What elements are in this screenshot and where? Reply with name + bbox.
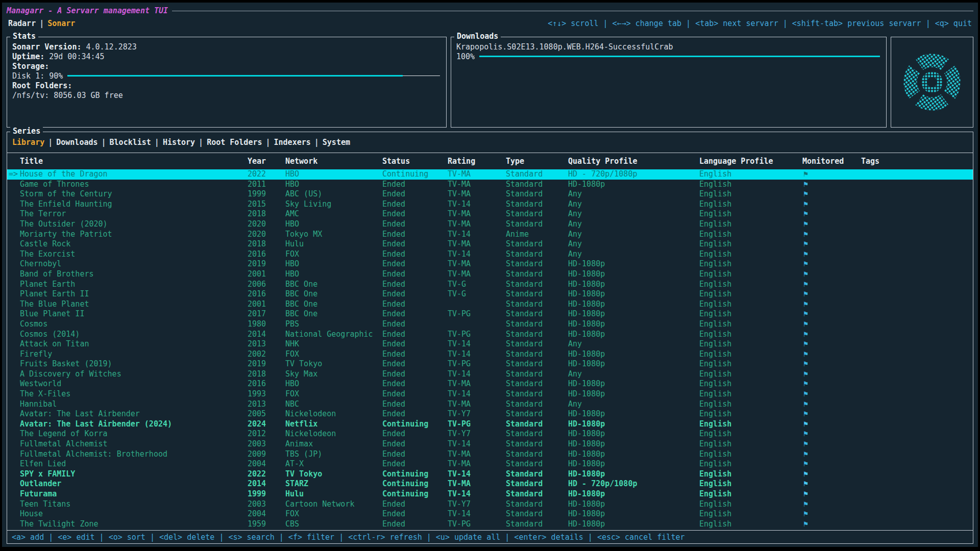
cell-language-profile: English: [699, 299, 802, 310]
cell-quality-profile: Any: [568, 239, 699, 249]
table-row[interactable]: The Legend of Korra2012NickelodeonEndedT…: [7, 429, 973, 439]
table-row[interactable]: Cosmos1980PBSEndedStandardHD-1080pEnglis…: [7, 319, 973, 330]
table-row[interactable]: Chernobyl2019HBOEndedTV-MAStandardHD-108…: [7, 259, 973, 269]
monitored-icon: ⚑: [802, 409, 861, 419]
table-row[interactable]: House2004FOXEndedTV-14StandardHD-1080pEn…: [7, 509, 973, 519]
table-row[interactable]: Firefly2002FOXEndedTV-14StandardHD-1080p…: [7, 349, 973, 360]
table-row[interactable]: Fullmetal Alchemist: Brotherhood2009TBS …: [7, 449, 973, 460]
cell-rating: TV-MA: [448, 449, 506, 460]
series-tab-history[interactable]: History: [163, 138, 195, 147]
table-row[interactable]: Cosmos (2014)2014National GeographicEnde…: [7, 330, 973, 340]
series-panel: Series Library|Downloads|Blocklist|Histo…: [7, 132, 973, 531]
servarr-tab-radarr[interactable]: Radarr: [8, 19, 36, 28]
cell-title: Band of Brothers: [20, 269, 248, 280]
table-row[interactable]: Hannibal2013NBCEndedTV-MAStandardAnyEngl…: [7, 399, 973, 410]
cell-network: TV Tokyo: [285, 359, 382, 369]
cell-year: 2016: [248, 379, 285, 389]
series-tab-root-folders[interactable]: Root Folders: [207, 138, 262, 147]
table-row[interactable]: The Exorcist2016FOXEndedTV-14StandardAny…: [7, 249, 973, 260]
table-row[interactable]: Castle Rock2018HuluEndedTV-MAStandardAny…: [7, 239, 973, 249]
cell-quality-profile: HD-1080p: [568, 519, 699, 530]
cell-type: Standard: [506, 399, 568, 410]
monitored-icon: ⚑: [802, 269, 861, 280]
cell-rating: TV-MA: [448, 259, 506, 269]
series-tab-blocklist[interactable]: Blocklist: [110, 138, 151, 147]
cell-network: BBC One: [285, 289, 382, 299]
table-row[interactable]: =>House of the Dragon2022HBOContinuingTV…: [7, 169, 973, 180]
cell-title: Fruits Basket (2019): [20, 359, 248, 369]
cell-rating: TV-PG: [448, 419, 506, 430]
table-row[interactable]: Avatar: The Last Airbender2005Nickelodeo…: [7, 409, 973, 419]
cell-title: Elfen Lied: [20, 459, 248, 469]
table-row[interactable]: Teen Titans2003Cartoon NetworkEndedTV-Y7…: [7, 499, 973, 510]
cell-year: 2013: [248, 339, 285, 349]
cell-type: Standard: [506, 199, 568, 210]
cell-status: Ended: [382, 499, 448, 510]
tab-separator: |: [98, 138, 110, 147]
series-tab-indexers[interactable]: Indexers: [274, 138, 311, 147]
cell-year: 2022: [248, 469, 285, 480]
cell-status: Ended: [382, 439, 448, 449]
cell-rating: TV-14: [448, 439, 506, 449]
cell-title: Attack on Titan: [20, 339, 248, 349]
cell-title: Cosmos: [20, 319, 248, 330]
cell-year: 2003: [248, 499, 285, 510]
servarr-tab-sonarr[interactable]: Sonarr: [47, 19, 75, 28]
cell-network: HBO: [285, 169, 382, 180]
table-row[interactable]: Futurama1999HuluContinuingTV-14StandardH…: [7, 489, 973, 499]
table-row[interactable]: Attack on Titan2013NHKEndedTV-14Standard…: [7, 339, 973, 349]
cell-rating: TV-14: [448, 509, 506, 519]
cell-status: Ended: [382, 319, 448, 330]
series-tab-system[interactable]: System: [323, 138, 350, 147]
cell-network: HBO: [285, 379, 382, 389]
table-row[interactable]: Elfen Lied2004AT-XEndedTV-MAStandardHD-1…: [7, 459, 973, 469]
monitored-icon: ⚑: [802, 499, 861, 510]
monitored-icon: ⚑: [802, 209, 861, 219]
cell-year: 2020: [248, 230, 285, 240]
table-row[interactable]: Planet Earth II2016BBC OneEndedTV-GStand…: [7, 289, 973, 299]
table-row[interactable]: The X-Files1993FOXEndedTV-14StandardHD-1…: [7, 389, 973, 399]
series-panel-title: Series: [10, 127, 43, 136]
cell-network: Nickelodeon: [285, 429, 382, 439]
cell-status: Ended: [382, 189, 448, 199]
table-row[interactable]: Westworld2016HBOEndedTV-MAStandardHD-108…: [7, 379, 973, 389]
cell-quality-profile: Any: [568, 339, 699, 349]
cell-status: Ended: [382, 299, 448, 310]
cell-quality-profile: HD-1080p: [568, 389, 699, 399]
cell-language-profile: English: [699, 269, 802, 280]
cell-language-profile: English: [699, 180, 802, 190]
table-row[interactable]: Avatar: The Last Airbender (2024)2024Net…: [7, 419, 973, 430]
table-row[interactable]: Band of Brothers2001HBOEndedTV-MAStandar…: [7, 269, 973, 280]
cell-rating: TV-14: [448, 249, 506, 260]
app-title: Managarr - A Servarr management TUI: [7, 6, 168, 15]
table-row[interactable]: The Enfield Haunting2015Sky LivingEndedT…: [7, 199, 973, 210]
cell-quality-profile: HD-1080p: [568, 379, 699, 389]
cell-rating: TV-Y7: [448, 429, 506, 439]
table-row[interactable]: Blue Planet II2017BBC OneEndedTV-PGStand…: [7, 309, 973, 319]
table-row[interactable]: Planet Earth2006BBC OneEndedTV-GStandard…: [7, 280, 973, 290]
cell-quality-profile: HD-1080p: [568, 289, 699, 299]
cell-status: Ended: [382, 309, 448, 319]
cell-language-profile: English: [699, 519, 802, 530]
table-row[interactable]: The Twilight Zone1959CBSEndedTV-PGStanda…: [7, 519, 973, 530]
table-row[interactable]: Outlander2014STARZContinuingTV-MAStandar…: [7, 479, 973, 489]
table-row[interactable]: Storm of the Century1999ABC (US)EndedTV-…: [7, 189, 973, 199]
table-row[interactable]: The Terror2018AMCEndedTV-MAStandardAnyEn…: [7, 209, 973, 219]
series-tab-library[interactable]: Library: [12, 138, 44, 147]
cell-year: 2020: [248, 219, 285, 230]
series-tab-downloads[interactable]: Downloads: [56, 138, 97, 147]
table-row[interactable]: The Outsider (2020)2020HBOEndedTV-MAStan…: [7, 219, 973, 230]
table-row[interactable]: SPY x FAMILY2022TV TokyoContinuingTV-14S…: [7, 469, 973, 480]
cell-quality-profile: HD - 720p/1080p: [568, 169, 699, 180]
table-row[interactable]: Fullmetal Alchemist2003AnimaxEndedTV-14S…: [7, 439, 973, 449]
cell-language-profile: English: [699, 399, 802, 410]
cell-language-profile: English: [699, 249, 802, 260]
table-row[interactable]: Fruits Basket (2019)2019TV TokyoEndedTV-…: [7, 359, 973, 369]
table-row[interactable]: Moriarty the Patriot2020Tokyo MXEndedTV-…: [7, 230, 973, 240]
table-row[interactable]: A Discovery of Witches2018Sky MaxEndedTV…: [7, 369, 973, 380]
monitored-icon: ⚑: [802, 189, 861, 199]
table-row[interactable]: The Blue Planet2001BBC OneEndedStandardH…: [7, 299, 973, 310]
cell-network: FOX: [285, 249, 382, 260]
table-row[interactable]: Game of Thrones2011HBOEndedTV-MAStandard…: [7, 180, 973, 190]
cell-network: AT-X: [285, 459, 382, 469]
